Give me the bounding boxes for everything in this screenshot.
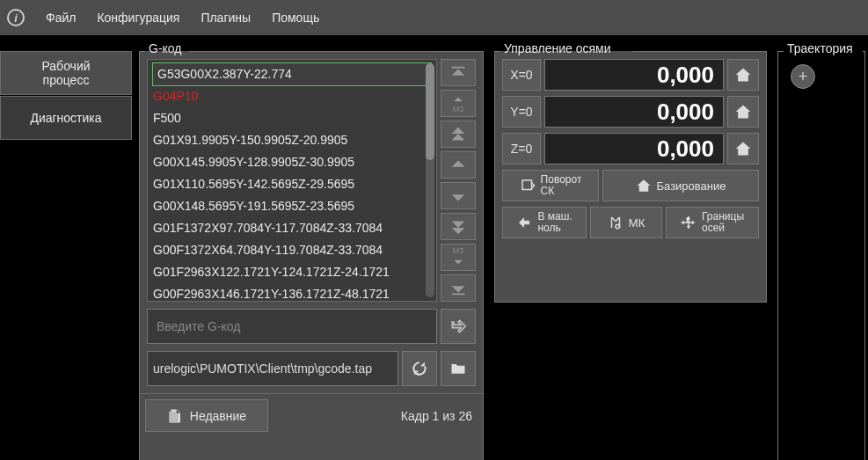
nav-to-start-button[interactable] <box>441 59 476 86</box>
axis-home-x-button[interactable] <box>727 59 759 91</box>
tab-workflow[interactable]: Рабочий процесс <box>0 51 132 95</box>
mk-label: МК <box>629 216 645 230</box>
gcode-submit-button[interactable] <box>441 309 476 344</box>
gcode-file-path: urelogic\PUMOTIX\Client\tmp\gcode.tap <box>147 351 398 386</box>
rotate-cs-label: Поворот СК <box>541 174 582 197</box>
goto-machine-zero-button[interactable]: В маш. ноль <box>502 207 587 238</box>
gcode-line[interactable]: G04P10 <box>153 85 431 107</box>
trajectory-panel-title: Траектория <box>785 41 855 55</box>
info-icon[interactable]: i <box>7 9 25 26</box>
nav-line-down-button[interactable] <box>441 182 476 209</box>
nav-to-end-button[interactable] <box>441 274 476 302</box>
axis-row-x: X=0 0,000 <box>502 59 759 91</box>
axis-value-x: 0,000 <box>544 59 724 91</box>
gcode-panel-title: G-код <box>147 41 183 55</box>
axis-zero-x-button[interactable]: X=0 <box>502 59 541 91</box>
gcode-line[interactable]: G01X110.5695Y-142.5695Z-29.5695 <box>153 173 431 195</box>
left-tabs: Рабочий процесс Диагностика <box>0 35 132 460</box>
nav-page-up-button[interactable] <box>441 120 476 148</box>
trajectory-panel: Траектория + <box>777 51 865 460</box>
homing-button[interactable]: Базирование <box>602 170 759 201</box>
reload-file-button[interactable] <box>402 351 437 386</box>
gcode-line[interactable]: G00F2963X146.1721Y-136.1721Z-48.1721 <box>153 283 431 302</box>
axis-zero-y-button[interactable]: Y=0 <box>502 96 541 128</box>
gcode-line[interactable]: G00X148.5695Y-191.5695Z-23.5695 <box>153 195 431 217</box>
gcode-scrollbar[interactable] <box>426 63 434 297</box>
axis-limits-button[interactable]: Границы осей <box>666 207 759 238</box>
open-file-button[interactable] <box>441 351 476 386</box>
axis-zero-z-button[interactable]: Z=0 <box>502 133 541 164</box>
recent-files-button[interactable]: Недавние <box>145 399 268 432</box>
gcode-line[interactable]: G53G00X2.387Y-22.774 <box>152 62 432 86</box>
gcode-listing[interactable]: G53G00X2.387Y-22.774 G04P10 F500 G01X91.… <box>147 59 437 302</box>
svg-rect-0 <box>522 180 532 190</box>
panels: G-код G53G00X2.387Y-22.774 G04P10 F500 G… <box>132 35 865 460</box>
nav-m3-down-button[interactable]: M3 <box>441 244 476 271</box>
gcode-line[interactable]: F500 <box>153 107 431 129</box>
axis-value-y: 0,000 <box>544 96 724 128</box>
goto-machine-zero-label: В маш. ноль <box>537 211 572 234</box>
gcode-line[interactable]: G00F1372X64.7084Y-119.7084Z-33.7084 <box>153 239 431 261</box>
menu-help[interactable]: Помощь <box>272 11 319 25</box>
svg-point-1 <box>616 224 620 229</box>
nav-line-up-button[interactable] <box>441 151 476 179</box>
menu-configuration[interactable]: Конфигурация <box>97 11 179 25</box>
gcode-line[interactable]: G01F1372X97.7084Y-117.7084Z-33.7084 <box>153 217 431 239</box>
axis-home-y-button[interactable] <box>727 96 759 128</box>
gcode-line[interactable]: G00X145.9905Y-128.9905Z-30.9905 <box>153 151 431 173</box>
gcode-line[interactable]: G01X91.9905Y-150.9905Z-20.9905 <box>153 129 431 151</box>
menu-plugins[interactable]: Плагины <box>201 11 251 25</box>
gcode-panel: G-код G53G00X2.387Y-22.774 G04P10 F500 G… <box>139 51 484 460</box>
tab-diagnostics[interactable]: Диагностика <box>0 96 132 140</box>
axis-limits-label: Границы осей <box>702 211 744 234</box>
main-area: Рабочий процесс Диагностика G-код G53G00… <box>0 35 868 460</box>
homing-label: Базирование <box>657 179 726 193</box>
gcode-command-input[interactable]: Введите G-код <box>147 309 437 344</box>
menu-file[interactable]: Файл <box>46 11 76 25</box>
axis-row-y: Y=0 0,000 <box>502 96 759 128</box>
nav-page-down-button[interactable] <box>441 213 476 240</box>
axis-home-z-button[interactable] <box>727 133 759 164</box>
axis-value-z: 0,000 <box>544 133 724 164</box>
nav-m3-up-button[interactable]: M3 <box>441 90 476 117</box>
trajectory-add-button[interactable]: + <box>791 64 815 89</box>
axis-panel: Управление осями X=0 0,000 Y=0 0,000 Z=0… <box>494 51 767 303</box>
rotate-cs-button[interactable]: Поворот СК <box>502 170 599 201</box>
gcode-nav-column: M3 M3 <box>441 59 476 302</box>
gcode-line[interactable]: G01F2963X122.1721Y-124.1721Z-24.1721 <box>153 261 431 283</box>
menu-bar: i Файл Конфигурация Плагины Помощь <box>0 0 868 35</box>
frame-counter: Кадр 1 из 26 <box>268 394 483 437</box>
axis-row-z: Z=0 0,000 <box>502 133 759 164</box>
recent-files-label: Недавние <box>190 409 246 423</box>
mk-button[interactable]: МК <box>590 207 662 238</box>
axis-panel-title: Управление осями <box>502 41 613 55</box>
